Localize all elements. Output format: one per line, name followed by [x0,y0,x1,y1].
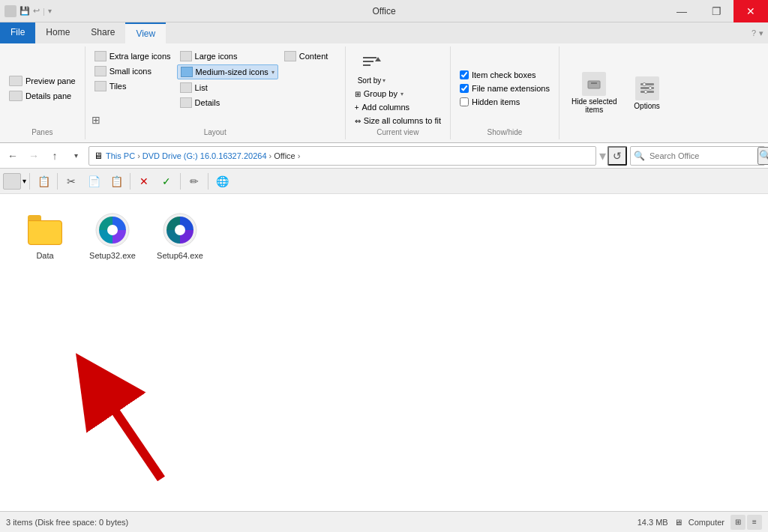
quick-access-save[interactable]: 💾 [20,6,30,16]
sort-by-btn[interactable]: Sort by ▾ [352,49,392,88]
details-pane-btn[interactable]: Details pane [6,89,79,103]
hide-selected-btn[interactable]: Hide selected items [566,69,623,117]
address-dropdown[interactable]: ▾ [599,148,606,164]
svg-point-13 [107,225,118,235]
file-name-data: Data [36,251,53,260]
panes-content: Preview pane Details pane [6,49,79,127]
show-hide-content: Item check boxes File name extensions Hi… [457,49,553,127]
delete-btn[interactable]: ✕ [134,171,154,192]
group-by-icon: ⊞ [355,90,361,98]
content-label: Content [299,52,328,61]
copy-btn[interactable]: 📄 [83,171,104,192]
small-icons-btn[interactable]: Small icons [92,64,174,78]
layout-left: Extra large icons Small icons Tiles [92,49,174,93]
detail-view-btn[interactable]: ≡ [747,515,762,530]
quick-access-more[interactable]: ▾ [48,7,52,15]
sort-group: Sort by ▾ ⊞ Group by ▾ + Add columns ⇔ [346,46,451,139]
add-columns-btn[interactable]: + Add columns [352,101,444,113]
cut-btn[interactable]: ✂ [61,171,82,192]
hide-selected-label: Hide selected items [572,97,617,114]
details-btn[interactable]: Details [177,96,278,109]
layout-content: Extra large icons Small icons Tiles Larg… [92,49,339,127]
group-by-btn[interactable]: ⊞ Group by ▾ [352,88,444,100]
hidden-items-item[interactable]: Hidden items [457,96,553,108]
size-all-btn[interactable]: ⇔ Size all columns to fit [352,115,444,127]
paste-btn[interactable]: 📋 [106,171,127,192]
large-view-btn[interactable]: ⊞ [730,515,746,530]
ribbon-tabs: File Home Share View ? ▾ [0,22,768,43]
file-item-setup64[interactable]: Setup64.exe [150,209,210,263]
tab-share[interactable]: Share [80,22,125,43]
breadcrumb-this-pc[interactable]: This PC [106,151,135,160]
view-toggle-dropdown[interactable]: ▾ [22,177,26,185]
search-icon: 🔍 [631,151,645,161]
copy-path-btn[interactable]: 📋 [33,171,54,192]
layout-right: Large icons Medium-sized icons ▾ List De… [177,49,278,109]
breadcrumb-dvd-drive[interactable]: DVD Drive (G:) 16.0.16327.20264 [142,151,267,160]
office-icon-setup64 [162,212,198,248]
back-button[interactable]: ← [3,146,22,166]
extra-large-icons-btn[interactable]: Extra large icons [92,49,174,63]
options-icon [635,76,659,100]
panes-section: Preview pane Details pane [6,74,79,103]
tab-view[interactable]: View [125,22,166,43]
search-input[interactable] [645,151,758,160]
file-item-setup32[interactable]: Setup32.exe [82,209,142,263]
search-box: 🔍 🔍 [630,146,765,166]
list-btn[interactable]: List [177,81,278,94]
options-btn[interactable]: Options [625,73,670,113]
window-controls: — ❐ ✕ [664,0,768,22]
forward-button[interactable]: → [24,146,44,166]
tab-file[interactable]: File [0,22,35,43]
globe-btn[interactable]: 🌐 [212,171,232,192]
size-all-label: Size all columns to fit [364,116,441,125]
content-btn[interactable]: Content [281,49,332,63]
extra-large-icon [94,51,106,61]
restore-button[interactable]: ❐ [699,0,734,22]
recent-locations-button[interactable]: ▾ [66,146,86,166]
group-by-arrow: ▾ [400,91,404,97]
medium-expand-icon: ▾ [272,69,274,76]
file-name-setup64: Setup64.exe [157,251,203,260]
ribbon-body: Preview pane Details pane Panes Extra la… [0,43,768,142]
panes-group: Preview pane Details pane Panes [0,46,86,139]
details-pane-icon [9,91,22,101]
svg-rect-2 [363,64,370,66]
item-check-boxes-label: Item check boxes [472,70,536,79]
help-button[interactable]: ? [752,28,756,37]
large-icons-btn[interactable]: Large icons [177,49,278,63]
medium-icons-btn[interactable]: Medium-sized icons ▾ [177,64,278,79]
preview-pane-btn[interactable]: Preview pane [6,74,79,88]
file-item-data[interactable]: Data [15,209,75,263]
svg-rect-1 [363,61,374,62]
app-icon [4,5,16,17]
toolbar: ▾ 📋 ✂ 📄 📋 ✕ ✓ ✏ 🌐 [0,169,768,194]
quick-access-undo[interactable]: ↩ [33,6,40,16]
minimize-button[interactable]: — [664,0,699,22]
ribbon-toggle[interactable]: ▾ [759,28,764,38]
file-name-extensions-checkbox[interactable] [460,84,469,93]
close-button[interactable]: ✕ [734,0,768,22]
title-bar: 💾 ↩ | ▾ Office — ❐ ✕ [0,0,768,22]
hidden-items-checkbox[interactable] [460,97,469,106]
search-button[interactable]: 🔍 [758,147,768,165]
file-grid: Data Setup32.exe [15,209,753,263]
view-toggle-1[interactable] [3,173,21,190]
file-size: 14.3 MB [638,518,668,527]
disk-info: 3 items (Disk free space: 0 bytes) [6,518,128,527]
up-button[interactable]: ↑ [45,146,64,166]
item-check-boxes-item[interactable]: Item check boxes [457,69,553,81]
address-bar: ← → ↑ ▾ 🖥 This PC › DVD Drive (G:) 16.0.… [0,143,768,169]
rename-btn[interactable]: ✏ [184,171,205,192]
layout-expand[interactable]: ⊞ [92,114,100,126]
breadcrumb-office[interactable]: Office [274,151,296,160]
file-name-extensions-item[interactable]: File name extensions [457,82,553,94]
item-check-boxes-checkbox[interactable] [460,70,469,79]
breadcrumb-sep-1: › [137,151,140,160]
breadcrumb[interactable]: 🖥 This PC › DVD Drive (G:) 16.0.16327.20… [88,146,596,166]
size-all-icon: ⇔ [355,117,361,125]
refresh-button[interactable]: ↺ [608,146,627,166]
tiles-btn[interactable]: Tiles [92,79,174,93]
tab-home[interactable]: Home [35,22,80,43]
checkmark-btn[interactable]: ✓ [156,171,177,192]
